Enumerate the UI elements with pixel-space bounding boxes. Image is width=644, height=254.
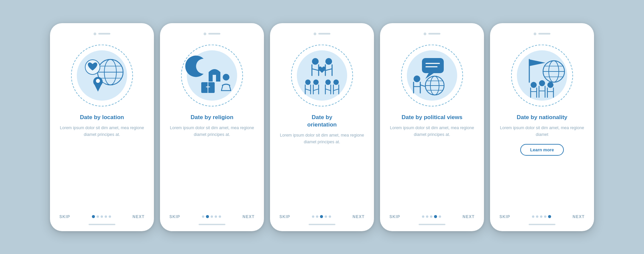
skip-button-4[interactable]: SKIP xyxy=(389,214,400,219)
phone-title-4: Date by political views xyxy=(401,114,462,121)
phone-camera-4 xyxy=(424,33,426,35)
phone-title-1: Date by location xyxy=(80,114,124,121)
phone-speaker-4 xyxy=(428,33,440,35)
dot-3-3 xyxy=(325,215,327,218)
phone-nav-1: SKIP NEXT xyxy=(56,214,148,219)
skip-button-3[interactable]: SKIP xyxy=(279,214,290,219)
dot-1-0 xyxy=(92,215,95,218)
dot-4-3 xyxy=(434,215,437,218)
dots-5 xyxy=(532,215,551,218)
phone-bottom-line-3 xyxy=(309,224,335,225)
phone-nav-3: SKIP NEXT xyxy=(276,214,368,219)
phone-camera-1 xyxy=(94,33,96,35)
dot-4-2 xyxy=(430,215,432,218)
dot-2-3 xyxy=(215,215,217,218)
dot-1-4 xyxy=(109,215,111,218)
dot-5-1 xyxy=(536,215,538,218)
svg-point-21 xyxy=(333,80,339,85)
phone-speaker-2 xyxy=(208,33,220,35)
phone-nav-2: SKIP NEXT xyxy=(166,214,258,219)
phone-title-3: Date by orientation xyxy=(307,114,337,129)
skip-button-2[interactable]: SKIP xyxy=(169,214,180,219)
svg-point-14 xyxy=(325,58,332,65)
skip-button-5[interactable]: SKIP xyxy=(499,214,510,219)
location-icon xyxy=(75,49,129,102)
svg-point-45 xyxy=(539,80,545,86)
religion-icon xyxy=(185,49,239,102)
dots-2 xyxy=(202,215,221,218)
next-button-2[interactable]: NEXT xyxy=(243,214,255,219)
phone-nav-5: SKIP NEXT xyxy=(496,214,588,219)
phone-desc-3: Lorem ipsum dolor sit dim amet, mea regi… xyxy=(276,132,368,145)
phone-nationality: Date by nationality Lorem ipsum dolor si… xyxy=(490,23,594,231)
next-button-1[interactable]: NEXT xyxy=(132,214,145,219)
svg-point-12 xyxy=(223,74,229,81)
phone-desc-1: Lorem ipsum dolor sit dim amet, mea regi… xyxy=(56,124,148,138)
phone-top-bar-5 xyxy=(496,33,588,35)
skip-button-1[interactable]: SKIP xyxy=(59,214,70,219)
svg-line-16 xyxy=(325,69,332,70)
phone-icon-area-2 xyxy=(178,42,246,109)
phone-top-bar-3 xyxy=(276,33,368,35)
next-button-3[interactable]: NEXT xyxy=(353,214,365,219)
dot-3-1 xyxy=(316,215,318,218)
svg-point-20 xyxy=(325,80,331,85)
dot-5-3 xyxy=(544,215,546,218)
dot-3-2 xyxy=(320,215,323,218)
svg-line-37 xyxy=(420,85,425,86)
dot-1-3 xyxy=(105,215,107,218)
phone-religion: Date by religion Lorem ipsum dolor sit d… xyxy=(160,23,264,231)
svg-point-7 xyxy=(96,79,100,83)
dot-5-0 xyxy=(532,215,534,218)
svg-rect-9 xyxy=(213,75,216,82)
phone-desc-4: Lorem ipsum dolor sit dim amet, mea regi… xyxy=(386,124,478,138)
dots-3 xyxy=(312,215,331,218)
phone-bottom-line-2 xyxy=(199,224,225,225)
phone-icon-area-3 xyxy=(288,42,356,109)
dot-1-1 xyxy=(97,215,99,218)
phone-bottom-line-5 xyxy=(529,224,555,225)
phone-camera-3 xyxy=(314,33,316,35)
phone-location: Date by location Lorem ipsum dolor sit d… xyxy=(50,23,154,231)
svg-line-15 xyxy=(312,69,319,70)
dot-2-1 xyxy=(206,215,209,218)
learn-more-button[interactable]: Learn more xyxy=(520,144,564,156)
svg-point-46 xyxy=(547,82,553,88)
dots-4 xyxy=(422,215,441,218)
dot-3-4 xyxy=(329,215,331,218)
phone-top-bar-4 xyxy=(386,33,478,35)
dot-2-0 xyxy=(202,215,204,218)
dot-2-2 xyxy=(211,215,213,218)
svg-point-44 xyxy=(531,82,537,88)
svg-point-13 xyxy=(312,58,319,65)
phone-political: Date by political views Lorem ipsum dolo… xyxy=(380,23,484,231)
svg-line-22 xyxy=(305,89,311,91)
phone-camera-5 xyxy=(534,33,536,35)
dot-5-4 xyxy=(548,215,551,218)
phone-speaker-3 xyxy=(318,33,330,35)
phone-title-2: Date by religion xyxy=(191,114,233,121)
phone-orientation: Date by orientation Lorem ipsum dolor si… xyxy=(270,23,374,231)
svg-line-23 xyxy=(313,89,319,91)
nationality-icon xyxy=(515,49,569,102)
phone-icon-area-1 xyxy=(68,42,136,109)
svg-rect-26 xyxy=(422,58,444,73)
svg-point-18 xyxy=(305,80,311,85)
next-button-4[interactable]: NEXT xyxy=(463,214,475,219)
phone-speaker-1 xyxy=(98,33,110,35)
dot-5-2 xyxy=(540,215,542,218)
phone-icon-area-4 xyxy=(398,42,466,109)
svg-line-24 xyxy=(325,89,331,91)
svg-point-35 xyxy=(414,75,420,82)
svg-line-25 xyxy=(333,89,339,91)
phone-icon-area-5 xyxy=(508,42,576,109)
political-icon xyxy=(405,49,459,102)
dot-4-0 xyxy=(422,215,424,218)
next-button-5[interactable]: NEXT xyxy=(573,214,585,219)
phone-bottom-line-4 xyxy=(419,224,445,225)
phone-title-5: Date by nationality xyxy=(517,114,567,121)
dot-2-4 xyxy=(219,215,221,218)
dot-4-1 xyxy=(426,215,428,218)
phones-container: Date by location Lorem ipsum dolor sit d… xyxy=(40,13,604,241)
dot-4-4 xyxy=(439,215,441,218)
